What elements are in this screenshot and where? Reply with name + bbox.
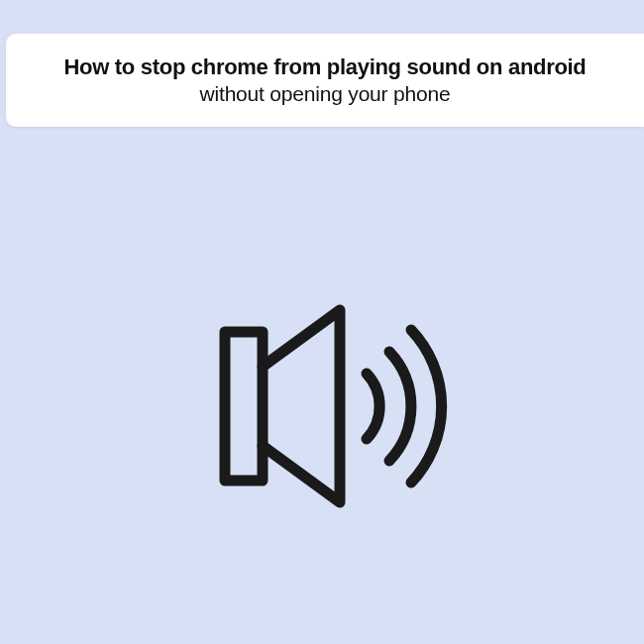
article-title: How to stop chrome from playing sound on… [63,54,586,80]
header-card: How to stop chrome from playing sound on… [6,34,644,127]
article-subtitle: without opening your phone [200,82,451,106]
hero-icon-area [0,178,644,644]
speaker-icon [173,253,481,560]
